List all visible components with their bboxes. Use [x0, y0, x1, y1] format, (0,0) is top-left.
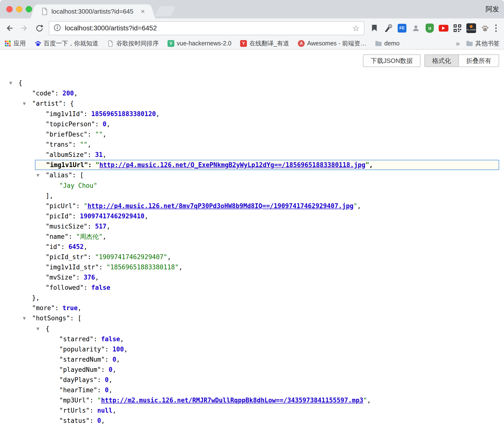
bookmark-item-vue-hackernews[interactable]: V vue-hackernews-2.0	[168, 40, 231, 47]
youdao-icon: Y	[240, 40, 247, 47]
json-line: "img1v1Id_str": "18569651883380118",	[0, 262, 504, 272]
collapse-triangle-icon[interactable]: ▼	[36, 170, 46, 180]
reload-button[interactable]	[34, 23, 45, 34]
forward-button[interactable]	[19, 23, 30, 34]
json-token-key: "status"	[59, 417, 90, 424]
json-token-p: :	[88, 161, 95, 169]
json-line: "starredNum": 0,	[0, 354, 504, 365]
json-token-p: ,	[84, 243, 88, 250]
json-token-key: "topicPerson"	[46, 120, 95, 128]
json-token-p: :	[87, 253, 95, 261]
omnibox[interactable]: localhost:3000/artists?id=6452 ☆	[49, 21, 364, 35]
player-extension-icon[interactable]: PLAYER	[466, 23, 476, 34]
json-token-key: "popularity"	[59, 346, 105, 353]
json-token-p: :	[87, 151, 95, 158]
url-input[interactable]: localhost:3000/artists?id=6452	[65, 24, 348, 32]
json-line: "hearTime": 0,	[0, 385, 504, 395]
json-token-p: },	[32, 294, 40, 301]
json-tree: ▼{"code": 200,▼"artist": {"img1v1Id": 18…	[0, 78, 504, 426]
bookmark-item-baidu[interactable]: 百度一下，你就知道	[34, 39, 98, 47]
json-line: ],	[0, 191, 504, 201]
collapse-triangle-icon[interactable]: ▼	[23, 99, 32, 109]
qrcode-extension-icon[interactable]	[452, 23, 462, 34]
json-token-n: null	[97, 407, 113, 414]
json-token-n: 0	[103, 120, 107, 128]
browser-menu-icon[interactable]	[494, 27, 500, 29]
json-token-p: :	[90, 417, 97, 424]
browser-tab[interactable]: localhost:3000/artists?id=645 ×	[36, 4, 149, 18]
paw-extension-icon[interactable]	[480, 23, 490, 34]
bookmark-label: vue-hackernews-2.0	[177, 40, 231, 47]
page-info-icon[interactable]	[54, 24, 61, 32]
json-token-n: 100	[112, 346, 124, 353]
bookmark-item-awesomes[interactable]: A Awesomes - 前端资…	[298, 39, 366, 47]
extension-row: 英 FE u PLAYER	[369, 23, 500, 34]
json-line: "code": 200,	[0, 88, 504, 98]
json-token-n: 19097417462929410	[80, 213, 144, 220]
tab-strip: localhost:3000/artists?id=645 × 阿发	[0, 0, 504, 18]
json-token-s: "	[363, 397, 367, 404]
player-dot-icon	[470, 25, 473, 28]
back-button[interactable]	[4, 23, 15, 34]
json-token-p: ,	[103, 233, 107, 240]
collapse-triangle-icon[interactable]: ▼	[9, 78, 18, 88]
json-token-key: "picId_str"	[46, 253, 87, 261]
json-token-key: "img1v1Id"	[46, 110, 84, 118]
json-line: "picUrl": "http://p4.music.126.net/8mv7q…	[0, 201, 504, 211]
fehelper-extension-icon[interactable]: FE	[397, 23, 407, 34]
json-line: "albumSize": 31,	[0, 150, 504, 160]
json-token-n: 31	[95, 151, 103, 158]
bookmark-star-icon[interactable]: ☆	[352, 24, 360, 32]
json-token-n: 376	[84, 274, 95, 281]
bookmark-item-youdao[interactable]: Y 在线翻译_有道	[240, 39, 289, 47]
youtube-extension-icon[interactable]	[438, 23, 449, 34]
json-token-p: :	[76, 274, 84, 281]
json-line: "img1v1Id": 18569651883380120,	[0, 109, 504, 119]
apps-grid-icon	[4, 40, 11, 47]
bookmark-label: 应用	[14, 39, 26, 47]
json-token-p: ,	[109, 386, 113, 394]
translate-pen-extension-icon[interactable]: 英	[383, 23, 393, 34]
view-mode-segment: 格式化 折叠所有	[424, 54, 499, 67]
tab-close-icon[interactable]: ×	[141, 8, 145, 15]
person-extension-icon[interactable]	[411, 23, 421, 34]
bookmarks-overflow-icon[interactable]: »	[456, 39, 460, 48]
json-token-p: :	[76, 202, 84, 210]
close-window-button[interactable]	[6, 6, 13, 12]
json-token-key: "name"	[46, 233, 68, 240]
new-tab-button[interactable]	[155, 6, 176, 16]
json-line: ▼"artist": {	[0, 98, 504, 109]
bookmark-label: 在线翻译_有道	[249, 39, 289, 47]
json-token-n: 18569651883380120	[91, 110, 156, 118]
profile-name[interactable]: 阿发	[486, 5, 499, 14]
bookmark-label: Awesomes - 前端资…	[307, 39, 366, 47]
bookmark-item-google-sort[interactable]: 谷歌按时间排序	[107, 39, 159, 47]
other-bookmarks-folder[interactable]: 其他书签	[466, 39, 500, 47]
json-url-link[interactable]: http://m2.music.126.net/RMJR7wDullRqppBk…	[101, 397, 363, 404]
bookmark-item-demo[interactable]: demo	[375, 40, 400, 47]
json-token-p: ,	[179, 264, 183, 271]
json-line: "picId": 19097417462929410,	[0, 211, 504, 221]
unblock-shield-extension-icon[interactable]: u	[425, 23, 435, 34]
bookmark-item-apps[interactable]: 应用	[4, 39, 26, 47]
format-button[interactable]: 格式化	[424, 54, 459, 67]
json-token-p: ,	[87, 141, 91, 148]
bookmark-flag-extension-icon[interactable]	[369, 23, 379, 34]
json-token-n: 6452	[68, 243, 84, 250]
collapse-triangle-icon[interactable]: ▼	[36, 324, 46, 334]
collapse-all-button[interactable]: 折叠所有	[458, 54, 499, 67]
json-line: "topicPerson": 0,	[0, 119, 504, 129]
maximize-window-button[interactable]	[26, 6, 32, 12]
json-line: ▼{	[0, 78, 504, 88]
collapse-triangle-icon[interactable]: ▼	[23, 313, 32, 324]
download-json-button[interactable]: 下载JSON数据	[363, 54, 420, 67]
minimize-window-button[interactable]	[16, 6, 22, 12]
json-token-n: false	[91, 284, 110, 291]
json-url-link[interactable]: http://p4.music.126.net/8mv7qP30Pd3oHW8b…	[87, 202, 353, 210]
json-url-link[interactable]: http://p4.music.126.net/Q_ExePNkmgB2yWyL…	[99, 161, 365, 169]
json-line: ▼{	[0, 324, 504, 334]
json-token-n: false	[101, 335, 120, 343]
json-token-key: "artist"	[32, 100, 62, 107]
json-token-key: "picId"	[46, 213, 72, 220]
json-token-key: "starredNum"	[59, 356, 105, 363]
